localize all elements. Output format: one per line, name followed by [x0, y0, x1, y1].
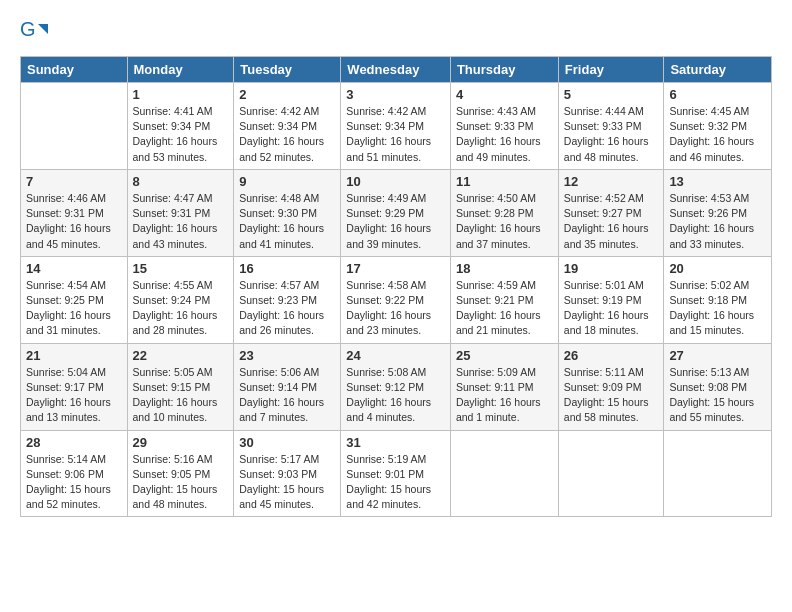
daylight: Daylight: 16 hours and 23 minutes. [346, 309, 431, 336]
sunset: Sunset: 9:06 PM [26, 468, 104, 480]
header-monday: Monday [127, 57, 234, 83]
sunrise: Sunrise: 5:19 AM [346, 453, 426, 465]
calendar-cell: 11 Sunrise: 4:50 AM Sunset: 9:28 PM Dayl… [450, 169, 558, 256]
daylight: Daylight: 16 hours and 53 minutes. [133, 135, 218, 162]
daylight: Daylight: 16 hours and 4 minutes. [346, 396, 431, 423]
sunrise: Sunrise: 5:05 AM [133, 366, 213, 378]
day-info: Sunrise: 5:09 AM Sunset: 9:11 PM Dayligh… [456, 365, 553, 426]
sunset: Sunset: 9:14 PM [239, 381, 317, 393]
daylight: Daylight: 16 hours and 31 minutes. [26, 309, 111, 336]
sunrise: Sunrise: 5:11 AM [564, 366, 644, 378]
sunset: Sunset: 9:25 PM [26, 294, 104, 306]
daylight: Daylight: 16 hours and 35 minutes. [564, 222, 649, 249]
header-friday: Friday [558, 57, 664, 83]
day-info: Sunrise: 5:02 AM Sunset: 9:18 PM Dayligh… [669, 278, 766, 339]
day-info: Sunrise: 4:59 AM Sunset: 9:21 PM Dayligh… [456, 278, 553, 339]
calendar-cell: 12 Sunrise: 4:52 AM Sunset: 9:27 PM Dayl… [558, 169, 664, 256]
sunrise: Sunrise: 4:48 AM [239, 192, 319, 204]
sunrise: Sunrise: 5:06 AM [239, 366, 319, 378]
sunset: Sunset: 9:24 PM [133, 294, 211, 306]
sunrise: Sunrise: 4:47 AM [133, 192, 213, 204]
sunset: Sunset: 9:15 PM [133, 381, 211, 393]
calendar-cell: 31 Sunrise: 5:19 AM Sunset: 9:01 PM Dayl… [341, 430, 451, 517]
day-number: 29 [133, 435, 229, 450]
day-info: Sunrise: 5:13 AM Sunset: 9:08 PM Dayligh… [669, 365, 766, 426]
day-info: Sunrise: 4:48 AM Sunset: 9:30 PM Dayligh… [239, 191, 335, 252]
header: G [20, 16, 772, 48]
daylight: Daylight: 15 hours and 55 minutes. [669, 396, 754, 423]
daylight: Daylight: 16 hours and 10 minutes. [133, 396, 218, 423]
svg-marker-1 [38, 24, 48, 34]
day-number: 11 [456, 174, 553, 189]
day-info: Sunrise: 4:57 AM Sunset: 9:23 PM Dayligh… [239, 278, 335, 339]
day-number: 25 [456, 348, 553, 363]
day-number: 28 [26, 435, 122, 450]
week-row-4: 28 Sunrise: 5:14 AM Sunset: 9:06 PM Dayl… [21, 430, 772, 517]
day-info: Sunrise: 5:01 AM Sunset: 9:19 PM Dayligh… [564, 278, 659, 339]
day-number: 27 [669, 348, 766, 363]
day-number: 13 [669, 174, 766, 189]
day-info: Sunrise: 4:47 AM Sunset: 9:31 PM Dayligh… [133, 191, 229, 252]
calendar-cell: 21 Sunrise: 5:04 AM Sunset: 9:17 PM Dayl… [21, 343, 128, 430]
daylight: Daylight: 16 hours and 45 minutes. [26, 222, 111, 249]
sunset: Sunset: 9:31 PM [133, 207, 211, 219]
sunset: Sunset: 9:31 PM [26, 207, 104, 219]
sunset: Sunset: 9:28 PM [456, 207, 534, 219]
sunset: Sunset: 9:33 PM [456, 120, 534, 132]
daylight: Daylight: 16 hours and 1 minute. [456, 396, 541, 423]
day-info: Sunrise: 5:14 AM Sunset: 9:06 PM Dayligh… [26, 452, 122, 513]
calendar-header-row: SundayMondayTuesdayWednesdayThursdayFrid… [21, 57, 772, 83]
sunset: Sunset: 9:34 PM [346, 120, 424, 132]
day-number: 3 [346, 87, 445, 102]
sunset: Sunset: 9:05 PM [133, 468, 211, 480]
calendar-cell: 10 Sunrise: 4:49 AM Sunset: 9:29 PM Dayl… [341, 169, 451, 256]
sunrise: Sunrise: 4:46 AM [26, 192, 106, 204]
calendar-cell: 8 Sunrise: 4:47 AM Sunset: 9:31 PM Dayli… [127, 169, 234, 256]
sunrise: Sunrise: 4:42 AM [346, 105, 426, 117]
calendar-cell: 5 Sunrise: 4:44 AM Sunset: 9:33 PM Dayli… [558, 83, 664, 170]
day-number: 18 [456, 261, 553, 276]
calendar-cell: 28 Sunrise: 5:14 AM Sunset: 9:06 PM Dayl… [21, 430, 128, 517]
daylight: Daylight: 15 hours and 48 minutes. [133, 483, 218, 510]
sunrise: Sunrise: 5:14 AM [26, 453, 106, 465]
day-info: Sunrise: 4:42 AM Sunset: 9:34 PM Dayligh… [239, 104, 335, 165]
sunset: Sunset: 9:03 PM [239, 468, 317, 480]
sunset: Sunset: 9:34 PM [239, 120, 317, 132]
calendar-cell: 25 Sunrise: 5:09 AM Sunset: 9:11 PM Dayl… [450, 343, 558, 430]
day-info: Sunrise: 5:06 AM Sunset: 9:14 PM Dayligh… [239, 365, 335, 426]
day-number: 2 [239, 87, 335, 102]
header-tuesday: Tuesday [234, 57, 341, 83]
day-number: 14 [26, 261, 122, 276]
day-number: 4 [456, 87, 553, 102]
day-number: 8 [133, 174, 229, 189]
day-number: 30 [239, 435, 335, 450]
logo-icon: G [20, 16, 48, 48]
sunrise: Sunrise: 5:17 AM [239, 453, 319, 465]
day-info: Sunrise: 5:17 AM Sunset: 9:03 PM Dayligh… [239, 452, 335, 513]
sunset: Sunset: 9:33 PM [564, 120, 642, 132]
header-wednesday: Wednesday [341, 57, 451, 83]
daylight: Daylight: 16 hours and 37 minutes. [456, 222, 541, 249]
sunrise: Sunrise: 5:02 AM [669, 279, 749, 291]
day-number: 12 [564, 174, 659, 189]
day-number: 7 [26, 174, 122, 189]
sunset: Sunset: 9:09 PM [564, 381, 642, 393]
day-info: Sunrise: 5:16 AM Sunset: 9:05 PM Dayligh… [133, 452, 229, 513]
sunrise: Sunrise: 4:41 AM [133, 105, 213, 117]
daylight: Daylight: 16 hours and 49 minutes. [456, 135, 541, 162]
sunrise: Sunrise: 4:50 AM [456, 192, 536, 204]
daylight: Daylight: 15 hours and 52 minutes. [26, 483, 111, 510]
calendar-cell [21, 83, 128, 170]
calendar-cell: 1 Sunrise: 4:41 AM Sunset: 9:34 PM Dayli… [127, 83, 234, 170]
calendar-cell [450, 430, 558, 517]
calendar-cell: 19 Sunrise: 5:01 AM Sunset: 9:19 PM Dayl… [558, 256, 664, 343]
sunrise: Sunrise: 4:45 AM [669, 105, 749, 117]
sunset: Sunset: 9:18 PM [669, 294, 747, 306]
daylight: Daylight: 16 hours and 18 minutes. [564, 309, 649, 336]
day-info: Sunrise: 4:50 AM Sunset: 9:28 PM Dayligh… [456, 191, 553, 252]
calendar-cell: 30 Sunrise: 5:17 AM Sunset: 9:03 PM Dayl… [234, 430, 341, 517]
sunset: Sunset: 9:27 PM [564, 207, 642, 219]
day-number: 19 [564, 261, 659, 276]
day-info: Sunrise: 4:42 AM Sunset: 9:34 PM Dayligh… [346, 104, 445, 165]
sunset: Sunset: 9:26 PM [669, 207, 747, 219]
